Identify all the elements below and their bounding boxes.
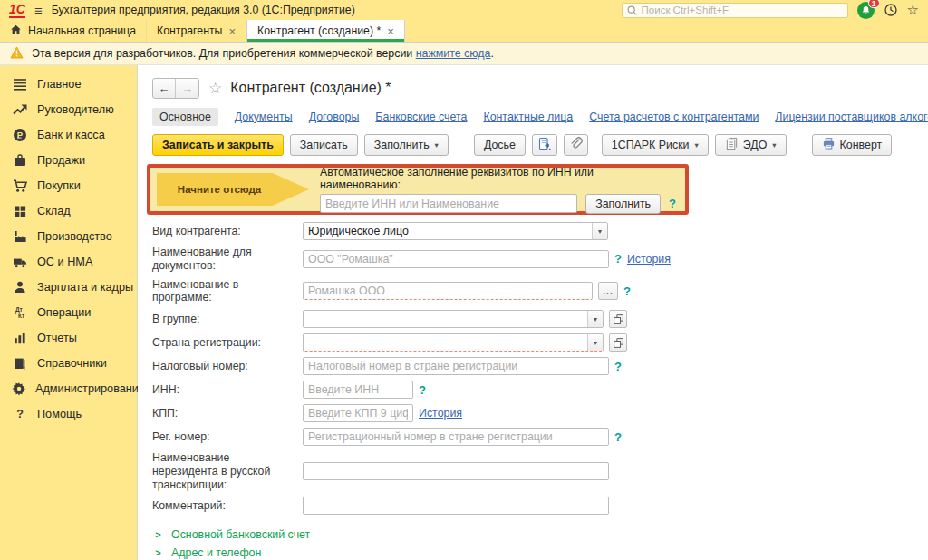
sidebar-item-warehouse[interactable]: Склад <box>0 198 137 224</box>
form-tab-main[interactable]: Основное <box>152 108 218 126</box>
comment-input[interactable] <box>303 497 609 515</box>
inn-input[interactable] <box>303 381 413 399</box>
tax-number-input[interactable] <box>303 357 609 375</box>
buy-commercial-link[interactable]: нажмите сюда <box>416 47 491 60</box>
chevron-down-icon[interactable]: ▾ <box>587 311 603 327</box>
field-control: ▾ <box>303 310 627 328</box>
tab-home[interactable]: Начальная страница <box>0 20 147 42</box>
field-control: ?История <box>303 250 671 268</box>
field-row-country: Страна регистрации:▾ <box>152 333 928 352</box>
book-icon <box>12 356 28 371</box>
tab-label: Контрагент (создание) * <box>257 24 381 37</box>
field-label: Комментарий: <box>152 499 303 513</box>
favorites-button[interactable]: ☆ <box>907 2 919 18</box>
autofill-fill-button[interactable]: Заполнить <box>585 194 661 214</box>
kpp-input[interactable] <box>303 404 413 422</box>
name-program-input[interactable] <box>303 282 593 300</box>
warning-icon <box>10 46 24 62</box>
load-from-file-button[interactable] <box>532 134 557 156</box>
form-tab-settlement-accounts[interactable]: Счета расчетов с контрагентами <box>589 111 759 123</box>
field-label: ИНН: <box>152 383 303 397</box>
form-area: ← → ☆ Контрагент (создание) * ОсновноеДо… <box>138 65 928 560</box>
sidebar-item-manager[interactable]: Руководителю <box>0 97 137 122</box>
fill-menu-button[interactable]: Заполнить ▾ <box>364 134 449 156</box>
form-tab-contracts[interactable]: Договоры <box>309 111 360 123</box>
form-tab-contact-persons[interactable]: Контактные лица <box>483 111 573 123</box>
field-help-link[interactable]: ? <box>614 430 622 444</box>
warning-text: Эта версия для разработчиков. Для приобр… <box>32 47 494 60</box>
sidebar-item-catalogs[interactable]: Справочники <box>0 351 137 376</box>
country-input[interactable] <box>304 336 587 349</box>
tab-counterparty-new[interactable]: Контрагент (создание) * × <box>246 20 405 42</box>
favorite-star-icon[interactable]: ☆ <box>208 79 222 98</box>
open-window-button[interactable] <box>609 333 627 352</box>
notifications-button[interactable]: 1 <box>857 2 875 19</box>
group-input[interactable] <box>304 313 587 325</box>
back-button[interactable]: ← <box>153 79 176 98</box>
field-help-link[interactable]: ? <box>419 383 426 397</box>
forward-button[interactable]: → <box>176 79 198 98</box>
sidebar-item-sales[interactable]: Продажи <box>0 148 137 173</box>
form-fields: Вид контрагента:▾Наименование для докуме… <box>152 222 928 515</box>
section-address-phone[interactable]: >Адрес и телефон <box>152 544 928 560</box>
search-input[interactable] <box>642 5 844 15</box>
sidebar-item-label: Помощь <box>37 408 82 420</box>
nonresident-name-input[interactable] <box>303 462 609 480</box>
reg-number-input[interactable] <box>303 428 609 446</box>
country-combobox[interactable]: ▾ <box>303 333 604 352</box>
sidebar-item-bank-cash[interactable]: РБанк и касса <box>0 122 137 148</box>
ellipsis-button[interactable]: ... <box>598 282 618 300</box>
history-link[interactable]: История <box>627 253 671 266</box>
sidebar-item-salary[interactable]: Зарплата и кадры <box>0 275 137 300</box>
form-toolbar: Записать и закрыть Записать Заполнить ▾ … <box>152 134 928 156</box>
svg-text:Р: Р <box>17 130 24 140</box>
sidebar-item-purchases[interactable]: Покупки <box>0 173 137 198</box>
save-button[interactable]: Записать <box>290 134 358 156</box>
sidebar-item-label: Справочники <box>37 357 107 370</box>
dossier-button[interactable]: Досье <box>474 134 526 156</box>
chevron-down-icon[interactable]: ▾ <box>587 334 603 351</box>
sidebar-item-main[interactable]: Главное <box>0 72 137 97</box>
sidebar-item-administration[interactable]: Администрирование <box>0 376 137 401</box>
envelope-button[interactable]: Конверт <box>812 134 893 156</box>
form-tab-documents[interactable]: Документы <box>235 111 293 123</box>
hamburger-menu-icon[interactable]: ≡ <box>34 4 43 17</box>
attachments-button[interactable] <box>564 134 588 156</box>
close-icon[interactable]: × <box>387 25 394 37</box>
chevron-down-icon[interactable]: ▾ <box>592 223 607 239</box>
ruble-icon: Р <box>12 128 28 142</box>
spark-risks-menu-button[interactable]: 1СПАРК Риски ▾ <box>602 134 709 156</box>
form-tab-alcohol-licenses[interactable]: Лицензии поставщиков алкогольной продукц… <box>775 111 928 123</box>
edo-menu-button[interactable]: ЭДО ▾ <box>715 134 787 156</box>
autofill-help-link[interactable]: ? <box>669 197 676 210</box>
name-docs-input[interactable] <box>303 250 609 268</box>
group-combobox[interactable]: ▾ <box>303 310 604 328</box>
field-help-link[interactable]: ? <box>624 285 631 298</box>
global-search[interactable] <box>622 3 848 18</box>
inn-or-name-input[interactable] <box>320 194 577 213</box>
start-here-callout: Начните отсюда Автоматическое заполнение… <box>147 164 689 215</box>
sidebar-item-label: Зарплата и кадры <box>37 281 133 294</box>
sidebar-item-production[interactable]: Производство <box>0 224 137 249</box>
kind-input[interactable] <box>304 225 592 237</box>
field-label: Вид контрагента: <box>152 225 303 238</box>
form-tab-bank-accounts[interactable]: Банковские счета <box>375 111 467 123</box>
field-help-link[interactable]: ? <box>614 360 622 373</box>
save-and-close-button[interactable]: Записать и закрыть <box>152 134 284 156</box>
history-link[interactable]: История <box>419 407 462 420</box>
kind-combobox[interactable]: ▾ <box>303 222 608 240</box>
section-bank-account[interactable]: >Основной банковский счет <box>152 526 928 544</box>
paperclip-icon <box>569 137 583 153</box>
history-button[interactable] <box>884 3 898 17</box>
home-icon <box>10 24 22 38</box>
sidebar-item-assets[interactable]: ОС и НМА <box>0 249 137 275</box>
field-help-link[interactable]: ? <box>614 252 622 266</box>
open-window-button[interactable] <box>609 310 627 328</box>
sidebar-item-help[interactable]: ?Помощь <box>0 401 137 427</box>
chevron-down-icon: ▾ <box>772 140 776 150</box>
sidebar-item-label: Продажи <box>37 154 85 167</box>
sidebar-item-operations[interactable]: ДтКтОперации <box>0 300 137 325</box>
close-icon[interactable]: × <box>228 25 236 37</box>
sidebar-item-reports[interactable]: Отчеты <box>0 325 137 351</box>
tab-counterparties[interactable]: Контрагенты × <box>147 20 246 42</box>
